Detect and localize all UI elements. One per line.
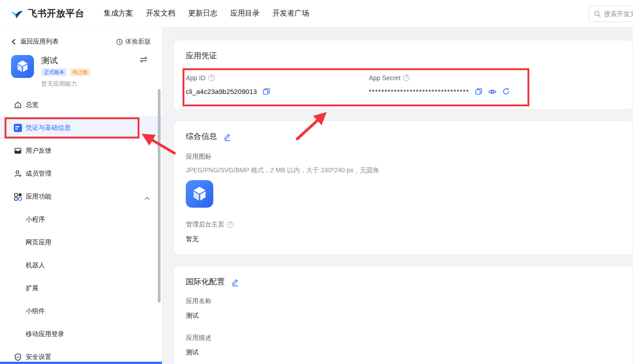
version-badge: 正式版本 <box>41 68 67 76</box>
sidebar-item-overview[interactable]: 总览 <box>0 94 162 116</box>
menu-label: 移动应用登录 <box>26 330 64 338</box>
brand-title: 飞书开放平台 <box>28 7 84 20</box>
nav-item-app-directory[interactable]: 应用目录 <box>230 9 260 18</box>
sidebar-item-credentials[interactable]: 凭证与基础信息 <box>0 116 162 139</box>
sidebar-menu: 总览 凭证与基础信息 用户反馈 <box>0 94 162 364</box>
app-cube-icon <box>11 55 34 78</box>
search-icon <box>594 10 601 17</box>
edit-general-info-icon[interactable] <box>223 132 232 141</box>
menu-label: 总览 <box>26 101 39 109</box>
general-info-card: 综合信息 应用图标 JPEG/PNG/SVG/BMP 格式，2 MB 以内，大于… <box>173 121 633 255</box>
top-nav: 集成方案 开发文档 更新日志 应用目录 开发者广场 <box>104 9 309 18</box>
sidebar-item-security-settings[interactable]: 安全设置 <box>0 346 162 364</box>
app-icon-hint: JPEG/PNG/SVG/BMP 格式，2 MB 以内，大于 240*240 p… <box>186 166 633 175</box>
app-summary-card: 测试 正式版本 待上线 暂无应用能力 <box>11 55 151 88</box>
feedback-icon <box>14 147 22 155</box>
sidebar-scrollbar[interactable] <box>158 89 161 303</box>
security-shield-icon <box>14 353 22 361</box>
menu-label: 成员管理 <box>26 170 51 178</box>
back-link-label: 返回应用列表 <box>20 38 59 46</box>
chevron-left-icon <box>11 39 17 45</box>
menu-label: 网页应用 <box>26 238 51 247</box>
sidebar-item-app-features[interactable]: 应用功能 <box>0 185 162 208</box>
status-badge: 待上线 <box>70 68 90 76</box>
sidebar-item-extension[interactable]: 扩展 <box>0 277 162 300</box>
edit-i18n-config-icon[interactable] <box>231 278 239 287</box>
menu-label: 扩展 <box>26 284 39 292</box>
switch-app-icon[interactable] <box>139 56 148 65</box>
nav-item-integration[interactable]: 集成方案 <box>104 9 133 18</box>
sidebar-item-web-app[interactable]: 网页应用 <box>0 231 162 254</box>
sidebar-bottom-accent-bar <box>0 362 162 364</box>
menu-label: 用户反馈 <box>26 147 51 155</box>
chevron-up-icon[interactable] <box>144 194 150 202</box>
app-secret-help-icon[interactable]: ? <box>403 75 410 81</box>
app-name-value: 测试 <box>186 312 633 320</box>
copy-app-id-icon[interactable] <box>262 88 270 95</box>
app-secret-label: App Secret <box>369 74 400 82</box>
app-name-label: 应用名称 <box>186 297 633 305</box>
menu-label: 小组件 <box>26 307 45 315</box>
back-to-app-list-link[interactable]: 返回应用列表 <box>11 38 59 46</box>
main-content: 应用凭证 App ID ? cli_a4c23a9b25209013 <box>162 28 633 364</box>
clock-icon <box>116 39 123 45</box>
copy-app-secret-icon[interactable] <box>475 88 483 95</box>
feishu-logo-icon <box>10 7 24 21</box>
members-icon <box>14 170 22 178</box>
regenerate-secret-refresh-icon[interactable] <box>502 88 510 95</box>
sidebar-item-mobile-app-login[interactable]: 移动应用登录 <box>0 323 162 346</box>
app-id-help-icon[interactable]: ? <box>208 75 215 81</box>
admin-homepage-help-icon[interactable]: ? <box>227 221 233 228</box>
credentials-card-title: 应用凭证 <box>186 51 633 61</box>
try-new-label: 体验新版 <box>125 38 151 46</box>
app-id-value: cli_a4c23a9b25209013 <box>186 88 257 95</box>
credentials-icon <box>14 124 22 132</box>
app-capability-text: 暂无应用能力 <box>41 80 90 88</box>
credentials-card: 应用凭证 App ID ? cli_a4c23a9b25209013 <box>173 40 633 110</box>
app-icon-preview[interactable] <box>186 180 213 208</box>
sidebar: 返回应用列表 体验新版 <box>0 28 162 364</box>
nav-item-developer-plaza[interactable]: 开发者广场 <box>272 9 309 18</box>
sidebar-item-mini-program[interactable]: 小程序 <box>0 208 162 231</box>
app-icon-label: 应用图标 <box>186 153 633 161</box>
search-box[interactable] <box>589 6 633 22</box>
home-icon <box>14 101 22 109</box>
nav-item-docs[interactable]: 开发文档 <box>146 9 175 18</box>
menu-label: 小程序 <box>26 215 45 224</box>
app-desc-label: 应用描述 <box>186 334 633 342</box>
app-secret-masked-value: ******************************** <box>369 88 469 95</box>
menu-label: 凭证与基础信息 <box>26 124 71 132</box>
app-desc-value: 测试 <box>186 348 633 357</box>
menu-label: 应用功能 <box>26 193 51 201</box>
search-input[interactable] <box>604 10 633 17</box>
sidebar-item-user-feedback[interactable]: 用户反馈 <box>0 139 162 162</box>
top-header: 飞书开放平台 集成方案 开发文档 更新日志 应用目录 开发者广场 <box>0 0 633 28</box>
nav-item-changelog[interactable]: 更新日志 <box>188 9 217 18</box>
sidebar-item-widget[interactable]: 小组件 <box>0 300 162 323</box>
try-new-version-link[interactable]: 体验新版 <box>116 38 151 46</box>
app-name: 测试 <box>41 55 90 66</box>
general-info-title: 综合信息 <box>186 132 217 142</box>
apps-grid-icon <box>14 193 22 201</box>
menu-label: 安全设置 <box>26 353 51 361</box>
admin-homepage-value: 暂无 <box>186 235 633 243</box>
admin-homepage-label: 管理后台主页 <box>186 221 224 229</box>
sidebar-item-member-management[interactable]: 成员管理 <box>0 162 162 185</box>
reveal-secret-eye-icon[interactable] <box>488 88 497 95</box>
menu-label: 机器人 <box>26 261 45 270</box>
i18n-config-title: 国际化配置 <box>186 277 225 287</box>
sidebar-item-bot[interactable]: 机器人 <box>0 254 162 277</box>
app-id-label: App ID <box>186 74 205 82</box>
i18n-config-card: 国际化配置 应用名称 测试 应用描述 测试 <box>173 266 633 364</box>
